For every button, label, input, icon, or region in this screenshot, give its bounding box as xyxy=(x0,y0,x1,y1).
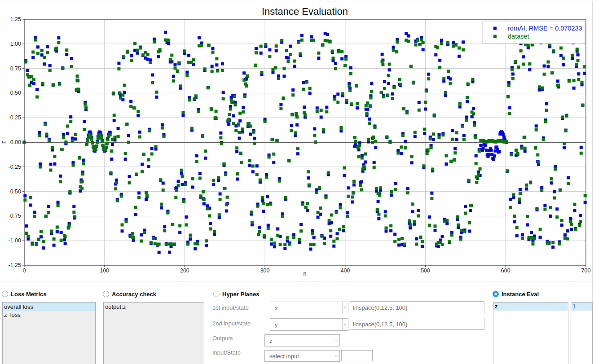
svg-text:700: 700 xyxy=(581,268,591,274)
svg-text:100: 100 xyxy=(100,268,109,274)
svg-text:-0.75: -0.75 xyxy=(9,213,22,219)
svg-text:1.25: 1.25 xyxy=(10,16,21,22)
svg-text:500: 500 xyxy=(421,268,430,274)
svg-text:1.00: 1.00 xyxy=(10,41,21,47)
svg-text:Instance Evaluation: Instance Evaluation xyxy=(262,6,348,17)
svg-text:600: 600 xyxy=(501,268,510,274)
svg-text:-1.00: -1.00 xyxy=(9,237,22,244)
svg-text:-0.50: -0.50 xyxy=(9,189,22,195)
svg-text:-1.25: -1.25 xyxy=(9,262,22,268)
svg-text:300: 300 xyxy=(260,268,270,274)
svg-text:0.25: 0.25 xyxy=(10,114,21,121)
svg-text:dataset: dataset xyxy=(508,33,529,40)
svg-text:z: z xyxy=(0,141,7,144)
svg-text:romAI, RMSE = 0.070233: romAI, RMSE = 0.070233 xyxy=(508,25,582,32)
svg-text:0.50: 0.50 xyxy=(10,90,21,96)
svg-text:200: 200 xyxy=(180,268,189,274)
svg-text:-0.25: -0.25 xyxy=(9,164,22,170)
svg-text:0.00: 0.00 xyxy=(10,139,21,145)
svg-text:0: 0 xyxy=(23,268,26,274)
svg-text:n: n xyxy=(304,271,307,277)
svg-text:400: 400 xyxy=(340,268,350,274)
svg-text:0.75: 0.75 xyxy=(10,66,21,72)
